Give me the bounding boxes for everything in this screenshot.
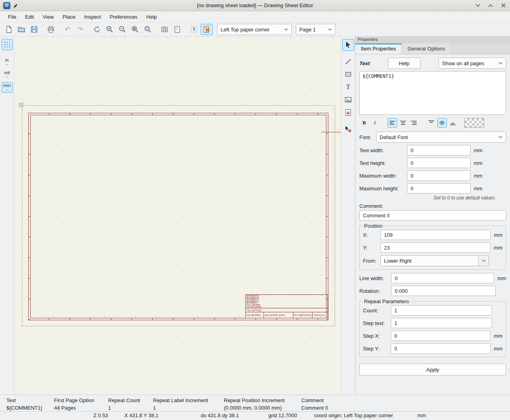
help-button[interactable]: Help: [388, 58, 421, 69]
maximum-width-unit: mm: [474, 173, 484, 179]
menu-view[interactable]: View: [39, 12, 58, 21]
step-x-input[interactable]: [391, 331, 491, 341]
summary-repeat-label-value: 1: [153, 404, 208, 412]
repeat-count-input[interactable]: [391, 305, 492, 315]
text-placeholder-icon: T: [190, 25, 198, 33]
title-block-title-row: Title: ${TITLE}: [246, 308, 328, 312]
drawing-canvas[interactable]: ${COMMENT4} ${COMMENT3} ${COMMENT2} ${CO…: [14, 37, 341, 395]
refresh-button[interactable]: [91, 24, 103, 35]
properties-panel: Properties Item Properties General Optio…: [355, 37, 510, 395]
menu-edit[interactable]: Edit: [21, 12, 38, 21]
valign-bottom-button[interactable]: [448, 118, 458, 128]
bold-button[interactable]: B: [359, 118, 369, 128]
add-text-tool-button[interactable]: T: [342, 81, 354, 93]
delete-item-tool-button[interactable]: [342, 123, 354, 135]
position-y-label: Y:: [363, 245, 380, 251]
comment-input[interactable]: [359, 210, 506, 221]
align-center-button[interactable]: [398, 118, 408, 128]
close-button[interactable]: [500, 2, 507, 9]
menu-inspect[interactable]: Inspect: [80, 12, 105, 21]
zoom-in-button[interactable]: [104, 24, 116, 35]
maximum-width-input[interactable]: [407, 170, 471, 181]
open-file-button[interactable]: [16, 24, 27, 35]
font-label: Font:: [359, 134, 376, 140]
table-grid-icon: [161, 25, 169, 33]
zoom-out-button[interactable]: [116, 24, 128, 35]
show-text-placeholders-button[interactable]: T: [188, 24, 200, 35]
position-x-input[interactable]: [380, 230, 491, 240]
zoom-selection-button[interactable]: [142, 24, 154, 35]
append-sheet-tool-button[interactable]: [342, 106, 354, 118]
align-right-icon: [411, 120, 417, 126]
undo-button[interactable]: ↶: [62, 24, 74, 35]
zoom-fit-button[interactable]: [129, 24, 141, 35]
redo-button[interactable]: ↷: [74, 24, 86, 35]
print-button[interactable]: [45, 24, 57, 35]
summary-comment-value: Comment 0: [301, 404, 328, 412]
show-title-block-fields-button[interactable]: [159, 24, 171, 35]
add-image-tool-button[interactable]: [342, 94, 354, 106]
minimize-button[interactable]: [474, 2, 481, 9]
page-select[interactable]: Page 1: [296, 24, 335, 35]
chevron-down-icon: [498, 62, 502, 64]
line-width-input[interactable]: [391, 273, 494, 283]
step-text-input[interactable]: [391, 318, 492, 328]
summary-comment-title: Comment: [301, 397, 328, 404]
text-content-input[interactable]: ${COMMENT1}: [359, 71, 506, 115]
text-height-label: Text height:: [359, 160, 407, 166]
font-select[interactable]: Default Font: [376, 132, 506, 143]
align-right-button[interactable]: [409, 118, 419, 128]
status-coord-origin: coord origin: Left Top paper corner: [314, 412, 393, 418]
maximum-height-label: Maximum height:: [359, 186, 407, 192]
status-cursor-delta: dx 431.8 dy 38.1: [201, 412, 239, 418]
menu-place[interactable]: Place: [58, 12, 80, 21]
save-button[interactable]: [28, 24, 40, 35]
default-values-hint: Set to 0 to use default values: [359, 195, 495, 201]
units-mils-button[interactable]: mil ↔: [2, 70, 13, 80]
tab-item-properties[interactable]: Item Properties: [355, 43, 402, 54]
position-y-input[interactable]: [380, 242, 491, 253]
line-icon: [344, 58, 352, 66]
menu-bar: File Edit View Place Inspect Preferences…: [0, 11, 510, 23]
drawing-sheet-page[interactable]: ${COMMENT4} ${COMMENT3} ${COMMENT2} ${CO…: [22, 105, 335, 326]
step-y-input[interactable]: [391, 343, 491, 354]
left-toolbar: in ↔ mil ↔ mm ↔: [0, 37, 14, 395]
position-from-select[interactable]: Lower Right: [380, 255, 489, 266]
zoom-out-icon: [118, 25, 126, 33]
menu-preferences[interactable]: Preferences: [106, 12, 142, 21]
repeat-count-label: Count:: [363, 308, 391, 314]
italic-button[interactable]: I: [370, 118, 380, 128]
new-file-button[interactable]: [3, 24, 15, 35]
draw-rectangle-tool-button[interactable]: [342, 68, 354, 80]
valign-top-button[interactable]: [427, 118, 436, 128]
ruler-arrow-icon: ↔: [5, 75, 9, 79]
text-format-row: B I: [359, 118, 506, 128]
valign-middle-button[interactable]: [437, 118, 447, 128]
text-height-input[interactable]: [407, 158, 471, 168]
title-block[interactable]: ${COMMENT4} ${COMMENT3} ${COMMENT2} ${CO…: [245, 294, 328, 318]
units-inches-button[interactable]: in ↔: [2, 57, 13, 67]
page-option-select[interactable]: Show on all pages: [438, 58, 506, 69]
sheet-frame-inner[interactable]: [30, 115, 326, 318]
zoom-fit-icon: [131, 25, 139, 33]
maximum-height-input[interactable]: [407, 183, 471, 194]
coord-origin-select[interactable]: Left Top paper corner: [217, 24, 292, 35]
tab-general-options[interactable]: General Options: [402, 43, 451, 54]
text-width-input[interactable]: [407, 145, 471, 155]
align-left-button[interactable]: [388, 118, 397, 128]
menu-help[interactable]: Help: [142, 12, 161, 21]
menu-file[interactable]: File: [4, 12, 20, 21]
text-color-swatch[interactable]: [464, 118, 484, 128]
page-preview-button[interactable]: [171, 24, 183, 35]
grid-toggle-button[interactable]: [2, 39, 13, 50]
apply-button[interactable]: Apply: [359, 364, 506, 375]
show-preview-values-button[interactable]: [201, 24, 213, 35]
title-block-kicad-cell: KiCad E.D.A.: [312, 312, 328, 318]
select-tool-button[interactable]: [342, 39, 354, 51]
properties-dock-title[interactable]: Properties: [355, 37, 510, 43]
draw-line-tool-button[interactable]: [342, 56, 354, 68]
units-mm-button[interactable]: mm ↔: [2, 82, 13, 93]
align-left-icon: [389, 120, 396, 126]
rotation-input[interactable]: [391, 286, 496, 296]
maximize-button[interactable]: [487, 2, 494, 9]
